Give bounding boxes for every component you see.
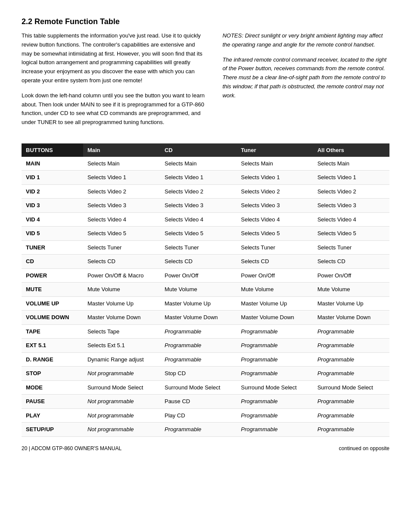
table-cell: Selects Tuner [83, 240, 160, 255]
table-row: EXT 5.1Selects Ext 5.1ProgrammableProgra… [22, 339, 389, 353]
table-cell: Not programmable [83, 395, 160, 409]
table-row: MAINSelects MainSelects MainSelects Main… [22, 157, 389, 171]
table-cell: Selects Video 4 [160, 212, 237, 227]
intro-right: NOTES: Direct sunlight or very bright am… [222, 31, 389, 133]
col-header-all-others: All Others [313, 143, 389, 157]
table-row: VOLUME UPMaster Volume UpMaster Volume U… [22, 296, 389, 311]
table-cell: Mute Volume [313, 283, 389, 297]
table-cell: Surround Mode Select [237, 380, 313, 395]
table-cell: Not programmable [83, 408, 160, 423]
table-cell: Selects Tuner [160, 240, 237, 255]
table-row: STOPNot programmableStop CDProgrammableP… [22, 367, 389, 381]
table-cell: VID 4 [22, 212, 83, 227]
table-cell: Selects Video 4 [83, 212, 160, 227]
table-row: VID 2Selects Video 2Selects Video 2Selec… [22, 184, 389, 199]
table-cell: Selects Video 5 [313, 227, 389, 241]
footer-left: 20 | ADCOM GTP-860 OWNER'S MANUAL [22, 445, 121, 451]
table-cell: Pause CD [160, 395, 237, 409]
table-cell: VID 5 [22, 227, 83, 241]
table-row: TAPESelects TapeProgrammableProgrammable… [22, 324, 389, 339]
table-cell: Selects Ext 5.1 [83, 339, 160, 353]
footer: 20 | ADCOM GTP-860 OWNER'S MANUAL contin… [22, 445, 389, 451]
table-cell: Surround Mode Select [83, 380, 160, 395]
table-row: VID 4Selects Video 4Selects Video 4Selec… [22, 212, 389, 227]
table-cell: Power On/Off [237, 268, 313, 283]
section-title: 2.2 Remote Function Table [22, 17, 389, 26]
table-cell: Selects CD [313, 255, 389, 269]
table-cell: Selects Tuner [237, 240, 313, 255]
col-header-buttons: BUTTONS [22, 143, 83, 157]
table-cell: Mute Volume [237, 283, 313, 297]
table-cell: Programmable [160, 423, 237, 437]
table-row: VID 3Selects Video 3Selects Video 3Selec… [22, 199, 389, 213]
table-cell: PAUSE [22, 395, 83, 409]
table-cell: Selects Main [237, 157, 313, 171]
table-cell: Selects Video 1 [160, 171, 237, 185]
intro-left-p2: Look down the left-hand column until you… [22, 91, 205, 127]
table-row: VOLUME DOWNMaster Volume DownMaster Volu… [22, 311, 389, 325]
table-cell: Selects Tuner [313, 240, 389, 255]
table-cell: Play CD [160, 408, 237, 423]
table-row: MUTEMute VolumeMute VolumeMute VolumeMut… [22, 283, 389, 297]
table-cell: VID 2 [22, 184, 83, 199]
table-cell: Selects Main [160, 157, 237, 171]
table-cell: Programmable [237, 352, 313, 367]
table-row: POWERPower On/Off & MacroPower On/OffPow… [22, 268, 389, 283]
table-cell: Programmable [313, 352, 389, 367]
table-cell: Selects Tape [83, 324, 160, 339]
table-cell: Selects Video 2 [160, 184, 237, 199]
table-cell: Programmable [313, 395, 389, 409]
table-cell: Surround Mode Select [313, 380, 389, 395]
table-row: D. RANGEDynamic Range adjustProgrammable… [22, 352, 389, 367]
table-row: MODESurround Mode SelectSurround Mode Se… [22, 380, 389, 395]
intro-left: This table supplements the information y… [22, 31, 205, 133]
table-cell: Not programmable [83, 423, 160, 437]
table-row: SETUP/UPNot programmableProgrammableProg… [22, 423, 389, 437]
table-cell: TAPE [22, 324, 83, 339]
table-cell: MODE [22, 380, 83, 395]
note1: NOTES: Direct sunlight or very bright am… [222, 31, 389, 50]
table-cell: Selects Video 3 [313, 199, 389, 213]
table-row: TUNERSelects TunerSelects TunerSelects T… [22, 240, 389, 255]
table-cell: D. RANGE [22, 352, 83, 367]
table-cell: Surround Mode Select [160, 380, 237, 395]
table-row: VID 1Selects Video 1Selects Video 1Selec… [22, 171, 389, 185]
col-header-tuner: Tuner [237, 143, 313, 157]
table-cell: SETUP/UP [22, 423, 83, 437]
table-cell: TUNER [22, 240, 83, 255]
table-cell: Selects Video 5 [83, 227, 160, 241]
table-cell: Selects CD [83, 255, 160, 269]
table-cell: Power On/Off [160, 268, 237, 283]
table-cell: Programmable [237, 367, 313, 381]
table-row: CDSelects CDSelects CDSelects CDSelects … [22, 255, 389, 269]
table-cell: VOLUME DOWN [22, 311, 83, 325]
table-cell: Programmable [313, 339, 389, 353]
table-cell: Programmable [313, 408, 389, 423]
page-content: 2.2 Remote Function Table This table sup… [22, 17, 389, 451]
table-cell: MAIN [22, 157, 83, 171]
table-cell: Selects CD [160, 255, 237, 269]
table-cell: Programmable [237, 395, 313, 409]
table-cell: VID 3 [22, 199, 83, 213]
table-cell: Selects CD [237, 255, 313, 269]
table-cell: Selects Video 1 [83, 171, 160, 185]
table-cell: Selects Video 2 [237, 184, 313, 199]
col-header-main: Main [83, 143, 160, 157]
table-cell: CD [22, 255, 83, 269]
remote-function-table: BUTTONSMainCDTunerAll Others MAINSelects… [22, 143, 389, 437]
table-cell: POWER [22, 268, 83, 283]
table-cell: Programmable [160, 352, 237, 367]
table-cell: Programmable [313, 324, 389, 339]
intro-left-p1: This table supplements the information y… [22, 31, 205, 85]
intro-section: This table supplements the information y… [22, 31, 389, 133]
table-cell: Master Volume Down [313, 311, 389, 325]
table-cell: Programmable [237, 324, 313, 339]
table-cell: Power On/Off & Macro [83, 268, 160, 283]
table-header-row: BUTTONSMainCDTunerAll Others [22, 143, 389, 157]
footer-right: continued on opposite [339, 445, 389, 451]
table-cell: Programmable [313, 367, 389, 381]
table-cell: Dynamic Range adjust [83, 352, 160, 367]
table-row: PLAYNot programmablePlay CDProgrammableP… [22, 408, 389, 423]
table-cell: Master Volume Down [237, 311, 313, 325]
table-cell: Selects Video 4 [313, 212, 389, 227]
